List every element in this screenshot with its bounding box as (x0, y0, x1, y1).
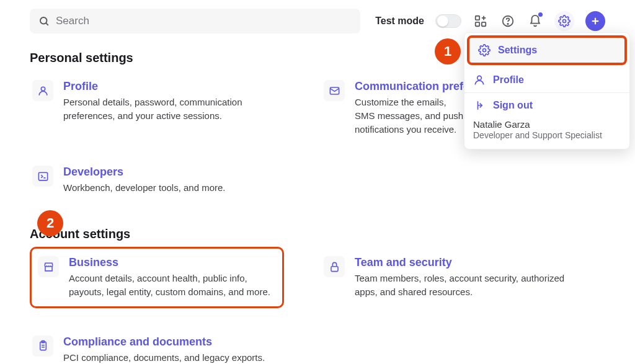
card-title: Team and security (355, 256, 573, 269)
card-business[interactable]: Business Account details, account health… (30, 247, 284, 308)
card-developers[interactable]: Developers Workbench, developer tools, a… (30, 163, 284, 197)
notification-dot (538, 12, 543, 17)
user-name: Natalie Garza (473, 119, 621, 130)
card-title: Compliance and documents (63, 335, 282, 348)
svg-point-0 (40, 17, 47, 24)
dropdown-label: Sign out (493, 100, 533, 111)
svg-line-1 (46, 23, 48, 25)
svg-rect-4 (482, 22, 486, 26)
card-profile[interactable]: Profile Personal details, password, comm… (30, 78, 284, 138)
dropdown-label: Profile (493, 74, 524, 86)
user-icon (32, 80, 53, 101)
card-title: Business (69, 256, 276, 269)
clipboard-icon (32, 335, 53, 357)
store-icon (38, 256, 59, 277)
card-desc: Workbench, developer tools, and more. (63, 181, 282, 195)
svg-point-9 (563, 20, 566, 23)
dropdown-item-settings[interactable]: Settings (467, 35, 627, 65)
help-icon[interactable] (500, 13, 516, 29)
card-desc: PCI compliance, documents, and legacy ex… (63, 351, 282, 365)
bell-icon[interactable] (527, 13, 543, 29)
card-compliance[interactable]: Compliance and documents PCI compliance,… (30, 333, 284, 365)
svg-point-12 (41, 87, 45, 91)
user-role: Developer and Support Specialist (473, 130, 621, 140)
card-team-security[interactable]: Team and security Team members, roles, a… (321, 254, 575, 308)
settings-gear-button[interactable] (554, 11, 574, 31)
dropdown-item-signout[interactable]: Sign out (464, 93, 629, 114)
section-title-account: Account settings (30, 227, 605, 241)
account-section: 2 Account settings Business Account deta… (30, 227, 605, 364)
top-right-controls: Test mode (375, 11, 605, 31)
account-settings-grid: Business Account details, account health… (30, 254, 605, 364)
card-desc: Team members, roles, account security, a… (355, 272, 573, 299)
card-title: Profile (63, 80, 282, 93)
terminal-icon (32, 166, 53, 187)
card-desc: Account details, account health, public … (69, 272, 276, 299)
search-input[interactable] (56, 15, 352, 27)
search-box[interactable] (30, 9, 360, 33)
svg-rect-2 (476, 16, 479, 20)
dropdown-user-info: Natalie Garza Developer and Support Spec… (464, 114, 629, 149)
card-desc: Customize the emails, SMS messages, and … (355, 95, 468, 136)
card-title: Communication preferences (355, 80, 468, 93)
create-button[interactable] (585, 11, 605, 31)
card-communication[interactable]: Communication preferences Customize the … (321, 78, 470, 138)
svg-rect-3 (476, 22, 479, 26)
settings-dropdown: Settings Profile Sign out Natalie Garza … (464, 32, 630, 149)
svg-point-21 (477, 76, 482, 80)
step-badge-2: 2 (37, 210, 63, 236)
card-desc: Personal details, password, communicatio… (63, 95, 282, 123)
user-icon (473, 74, 486, 86)
test-mode-label: Test mode (375, 16, 424, 27)
svg-point-8 (507, 24, 508, 24)
dropdown-item-profile[interactable]: Profile (464, 68, 629, 92)
card-title: Developers (63, 166, 282, 179)
step-badge-1: 1 (435, 38, 461, 64)
signout-icon (473, 99, 486, 112)
svg-point-20 (483, 49, 486, 52)
apps-icon[interactable] (473, 13, 489, 29)
dropdown-label: Settings (498, 45, 537, 56)
mail-icon (324, 80, 345, 101)
test-mode-toggle[interactable] (435, 14, 461, 28)
top-bar: Test mode (30, 9, 605, 33)
svg-rect-15 (331, 266, 337, 271)
gear-icon (478, 44, 491, 56)
lock-icon (324, 256, 345, 277)
search-icon (38, 16, 50, 27)
